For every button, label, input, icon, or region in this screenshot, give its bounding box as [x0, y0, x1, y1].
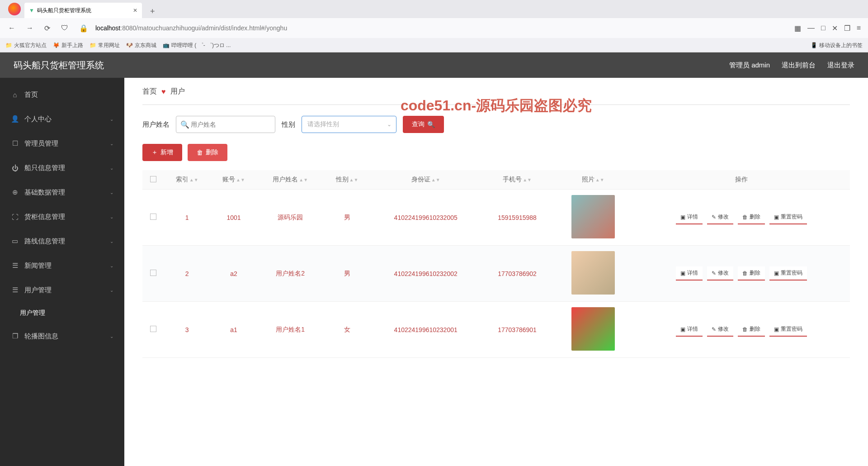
url-field[interactable]: localhost:8080/matouchuanzhihuogui/admin… — [95, 24, 791, 32]
sidebar-item-4[interactable]: ⊕基础数据管理⌄ — [0, 180, 124, 204]
menu-icon: ❐ — [11, 332, 19, 340]
cell-account: a2 — [210, 246, 257, 302]
row-checkbox[interactable] — [150, 270, 156, 276]
sidebar-subitem[interactable]: 用户管理 — [0, 302, 124, 324]
tab-add-button[interactable]: + — [146, 5, 159, 18]
sort-icon: ▲▼ — [299, 177, 308, 182]
menu-icon: ☐ — [11, 139, 19, 147]
cell-index: 2 — [164, 246, 210, 302]
user-photo — [571, 195, 615, 238]
address-bar: ← → ⟳ 🛡 🔒 localhost:8080/matouchuanzhihu… — [0, 18, 868, 38]
sidebar-item-5[interactable]: ⛶货柜信息管理⌄ — [0, 204, 124, 229]
delete-button[interactable]: 🗑 删除 — [188, 144, 227, 161]
sidebar-item-6[interactable]: ▭路线信息管理⌄ — [0, 229, 124, 253]
tab-close-icon[interactable]: ✕ — [133, 7, 137, 14]
reset-password-button[interactable]: ▣重置密码 — [769, 210, 807, 224]
to-front-button[interactable]: 退出到前台 — [782, 61, 816, 70]
menu-icon: 👤 — [11, 115, 19, 123]
chevron-down-icon: ⌄ — [110, 263, 113, 268]
reset-icon: ▣ — [774, 214, 779, 220]
table-header[interactable]: 用户姓名▲▼ — [257, 170, 324, 190]
reset-icon: ▣ — [774, 270, 779, 276]
chevron-down-icon: ⌄ — [110, 334, 113, 339]
mobile-bookmarks[interactable]: 📱 移动设备上的书签 — [811, 42, 863, 49]
table-header[interactable]: 照片▲▼ — [553, 170, 633, 190]
cell-idcard: 410224199610232005 — [370, 190, 481, 246]
browser-tab[interactable]: ▼ 码头船只货柜管理系统 ✕ — [24, 3, 142, 18]
table-header[interactable]: 索引▲▼ — [164, 170, 210, 190]
search-button[interactable]: 查询 🔍 — [403, 116, 444, 133]
table-header[interactable]: 性别▲▼ — [324, 170, 370, 190]
sidebar-item-9[interactable]: ❐轮播图信息⌄ — [0, 324, 124, 348]
bookmark-item[interactable]: 🦊 新手上路 — [53, 42, 83, 49]
cell-name: 源码乐园 — [257, 190, 324, 246]
shield-icon[interactable]: 🛡 — [57, 22, 72, 34]
chevron-down-icon: ⌄ — [110, 190, 113, 195]
menu-icon: ⊕ — [11, 188, 19, 196]
plus-icon: ＋ — [151, 148, 158, 157]
chevron-down-icon: ⌄ — [110, 141, 113, 146]
admin-label[interactable]: 管理员 admin — [729, 61, 770, 70]
menu-icon: ⏻ — [11, 164, 19, 172]
row-delete-button[interactable]: 🗑删除 — [738, 323, 765, 337]
reset-password-button[interactable]: ▣重置密码 — [769, 323, 807, 337]
row-checkbox[interactable] — [150, 326, 156, 332]
qr-icon[interactable]: ▦ — [794, 24, 801, 33]
chevron-down-icon: ⌄ — [110, 239, 113, 244]
bookmark-item[interactable]: 📁 火狐官方站点 — [5, 42, 47, 49]
logout-button[interactable]: 退出登录 — [827, 61, 854, 70]
maximize-icon[interactable]: □ — [821, 24, 826, 33]
sidebar-item-8[interactable]: ☰用户管理⌄ — [0, 278, 124, 302]
name-input[interactable] — [176, 116, 275, 133]
add-button[interactable]: ＋ 新增 — [142, 144, 182, 161]
edit-button[interactable]: ✎修改 — [707, 266, 733, 281]
url-host: localhost — [95, 24, 120, 32]
detail-icon: ▣ — [680, 270, 685, 276]
table-header[interactable]: 身份证▲▼ — [370, 170, 481, 190]
forward-button[interactable]: → — [23, 22, 37, 34]
bookmark-item[interactable]: 📁 常用网址 — [90, 42, 120, 49]
row-checkbox[interactable] — [150, 214, 156, 220]
menu-icon: ▭ — [11, 237, 19, 245]
row-delete-button[interactable]: 🗑删除 — [738, 266, 765, 281]
cell-phone: 15915915988 — [481, 190, 553, 246]
edit-button[interactable]: ✎修改 — [707, 210, 733, 224]
cell-phone: 17703786901 — [481, 302, 553, 358]
detail-button[interactable]: ▣详情 — [676, 323, 703, 337]
bookmark-item[interactable]: 📺 哔哩哔哩 ( ゜- ゜)つロ ... — [163, 42, 231, 49]
extension-icon[interactable]: ❐ — [844, 24, 850, 33]
menu-icon[interactable]: ≡ — [857, 24, 861, 33]
user-photo — [571, 307, 615, 351]
sidebar-item-7[interactable]: ☰新闻管理⌄ — [0, 253, 124, 278]
action-buttons: ＋ 新增 🗑 删除 — [142, 144, 850, 161]
user-photo — [571, 251, 615, 295]
detail-button[interactable]: ▣详情 — [676, 210, 703, 224]
edit-button[interactable]: ✎修改 — [707, 323, 733, 337]
minimize-icon[interactable]: ― — [807, 24, 815, 33]
sidebar-item-2[interactable]: ☐管理员管理⌄ — [0, 131, 124, 156]
detail-icon: ▣ — [680, 214, 685, 220]
cell-index: 1 — [164, 190, 210, 246]
filter-gender-label: 性别 — [282, 120, 295, 129]
reset-password-button[interactable]: ▣重置密码 — [769, 266, 807, 281]
reload-button[interactable]: ⟳ — [41, 22, 54, 34]
back-button[interactable]: ← — [5, 22, 19, 34]
detail-icon: ▣ — [680, 326, 685, 333]
table-header[interactable]: 账号▲▼ — [210, 170, 257, 190]
breadcrumb: 首页 ♥ 用户 — [142, 87, 850, 105]
topbar-right: 管理员 admin 退出到前台 退出登录 — [729, 61, 854, 70]
gender-select[interactable]: 请选择性别 ⌄ — [302, 116, 396, 133]
bookmark-item[interactable]: 🐶 京东商城 — [126, 42, 156, 49]
checkbox-all[interactable] — [150, 176, 156, 182]
sidebar-item-0[interactable]: ⌂首页 — [0, 82, 124, 107]
table-header[interactable]: 手机号▲▼ — [481, 170, 553, 190]
browser-chrome: ▼ 码头船只货柜管理系统 ✕ + ← → ⟳ 🛡 🔒 localhost:808… — [0, 0, 868, 52]
breadcrumb-home[interactable]: 首页 — [142, 87, 157, 96]
detail-button[interactable]: ▣详情 — [676, 266, 703, 281]
row-delete-button[interactable]: 🗑删除 — [738, 210, 765, 224]
edit-icon: ✎ — [712, 270, 716, 276]
sidebar-item-3[interactable]: ⏻船只信息管理⌄ — [0, 156, 124, 180]
chevron-down-icon: ⌄ — [110, 166, 113, 171]
close-window-icon[interactable]: ✕ — [832, 24, 838, 33]
sidebar-item-1[interactable]: 👤个人中心⌄ — [0, 107, 124, 131]
